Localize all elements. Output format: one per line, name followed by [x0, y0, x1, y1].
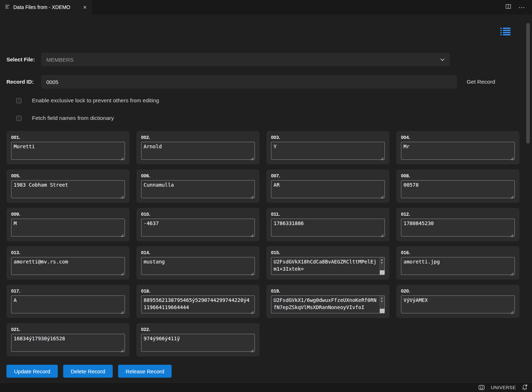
field-card-003: 003.: [266, 131, 389, 164]
field-card-004: 004.: [396, 131, 519, 164]
field-card-006: 006.: [136, 169, 260, 203]
field-card-015: 015. ▲▼: [266, 246, 389, 280]
field-input-010[interactable]: [141, 219, 255, 237]
resize-grip-icon[interactable]: [380, 309, 384, 313]
record-id-label: Record ID:: [6, 75, 34, 89]
field-number: 001.: [11, 135, 125, 140]
field-number: 002.: [141, 135, 255, 140]
resize-grip-icon[interactable]: [121, 194, 124, 197]
exclusive-lock-checkbox[interactable]: [16, 98, 22, 103]
resize-grip-icon[interactable]: [121, 347, 124, 351]
record-id-input[interactable]: [41, 75, 457, 89]
field-card-002: 002.: [136, 131, 260, 164]
fetch-dictionary-row: Fetch field names from dictionary: [16, 115, 114, 121]
document-lines-icon: [5, 4, 10, 10]
field-number: 012.: [401, 211, 515, 217]
field-input-021[interactable]: [11, 334, 125, 352]
resize-grip-icon[interactable]: [251, 347, 254, 351]
field-input-019[interactable]: [271, 295, 385, 313]
webview-content: Select File: MEMBERS Record ID: Get Reco…: [0, 14, 532, 382]
resize-grip-icon[interactable]: [510, 155, 514, 159]
release-record-button[interactable]: Release Record: [118, 365, 172, 378]
resize-grip-icon[interactable]: [510, 232, 514, 236]
field-input-017[interactable]: [11, 295, 125, 313]
field-number: 018.: [141, 288, 255, 294]
page-scrollbar[interactable]: [526, 23, 530, 144]
field-number: 009.: [11, 211, 125, 217]
field-input-003[interactable]: [271, 142, 385, 160]
field-input-005[interactable]: [11, 180, 125, 198]
field-input-012[interactable]: [401, 219, 515, 237]
status-environment[interactable]: UNIVERSE: [491, 385, 516, 390]
field-input-014[interactable]: [141, 257, 255, 275]
field-input-002[interactable]: [141, 142, 255, 160]
field-input-016[interactable]: [401, 257, 515, 275]
field-card-005: 005.: [6, 169, 130, 203]
resize-grip-icon[interactable]: [380, 270, 384, 275]
field-card-012: 012.: [396, 208, 519, 241]
field-number: 015.: [271, 250, 385, 255]
split-editor-icon[interactable]: [505, 4, 511, 11]
field-input-022[interactable]: [141, 334, 255, 352]
field-number: 008.: [401, 173, 515, 178]
more-actions-icon[interactable]: ⋯: [518, 4, 526, 11]
editor-tab[interactable]: Data Files from - XDEMO ✕: [0, 0, 92, 14]
field-input-009[interactable]: [11, 219, 125, 237]
resize-grip-icon[interactable]: [251, 155, 254, 159]
resize-grip-icon[interactable]: [121, 309, 124, 313]
file-select[interactable]: MEMBERS: [41, 53, 450, 66]
resize-grip-icon[interactable]: [381, 232, 384, 236]
field-number: 020.: [401, 288, 515, 294]
resize-grip-icon[interactable]: [381, 194, 384, 197]
field-card-014: 014.: [136, 246, 260, 280]
field-input-013[interactable]: [11, 257, 125, 275]
robot-face-icon[interactable]: [478, 384, 485, 391]
resize-grip-icon[interactable]: [251, 194, 254, 197]
tab-close-icon[interactable]: ✕: [81, 4, 88, 11]
field-card-010: 010.: [136, 208, 260, 241]
field-input-015[interactable]: [271, 257, 385, 275]
resize-grip-icon[interactable]: [251, 271, 254, 274]
resize-grip-icon[interactable]: [381, 155, 384, 159]
update-record-button[interactable]: Update Record: [6, 365, 58, 378]
fetch-dictionary-checkbox[interactable]: [16, 116, 22, 121]
status-right: UNIVERSE: [478, 384, 528, 391]
field-number: 003.: [271, 135, 385, 140]
field-input-007[interactable]: [271, 180, 385, 198]
field-number: 021.: [11, 327, 125, 332]
fetch-dictionary-label: Fetch field names from dictionary: [32, 115, 114, 121]
resize-grip-icon[interactable]: [121, 271, 124, 274]
bell-icon[interactable]: [522, 384, 528, 391]
field-card-020: 020.: [396, 285, 519, 318]
field-input-020[interactable]: [401, 295, 515, 313]
app-window: Data Files from - XDEMO ✕ ⋯ Select File:: [0, 0, 532, 392]
chevron-down-icon: [440, 56, 445, 63]
field-input-001[interactable]: [11, 142, 125, 160]
resize-grip-icon[interactable]: [510, 309, 514, 313]
field-card-009: 009.: [6, 208, 130, 241]
exclusive-lock-row: Enable exclusive lock to prevent others …: [16, 97, 159, 104]
field-card-019: 019. ▲▼: [266, 285, 389, 318]
tab-title: Data Files from - XDEMO: [13, 4, 78, 10]
resize-grip-icon[interactable]: [510, 194, 514, 197]
get-record-button[interactable]: Get Record: [467, 75, 495, 89]
resize-grip-icon[interactable]: [121, 155, 124, 159]
file-select-value: MEMBERS: [46, 57, 440, 63]
resize-grip-icon[interactable]: [121, 232, 124, 236]
list-icon[interactable]: [500, 27, 510, 36]
field-number: 016.: [401, 250, 515, 255]
field-card-007: 007.: [266, 169, 389, 203]
field-input-006[interactable]: [141, 180, 255, 198]
resize-grip-icon[interactable]: [251, 309, 254, 313]
field-input-011[interactable]: [271, 219, 385, 237]
field-input-008[interactable]: [401, 180, 515, 198]
field-number: 019.: [271, 288, 385, 294]
fields-grid: 001. 002. 003.: [6, 131, 519, 356]
resize-grip-icon[interactable]: [510, 271, 514, 274]
delete-record-button[interactable]: Delete Record: [63, 365, 113, 378]
resize-grip-icon[interactable]: [251, 232, 254, 236]
field-input-018[interactable]: [141, 295, 255, 313]
field-card-017: 017.: [6, 285, 130, 318]
field-input-004[interactable]: [401, 142, 515, 160]
field-card-016: 016.: [396, 246, 519, 280]
